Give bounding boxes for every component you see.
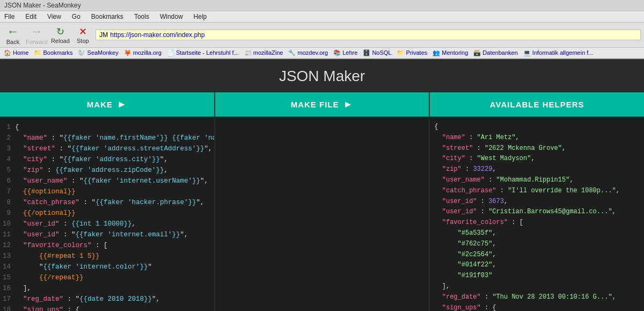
list-item: "name" : "Ari Metz",: [434, 133, 640, 143]
bookmark-datenbanken[interactable]: 🗃️ Datenbanken: [472, 49, 519, 57]
make-tab[interactable]: MAKE ►: [0, 92, 214, 117]
helpers-panel: { "name" : "Ari Metz", "street" : "2622 …: [429, 117, 644, 311]
helpers-tab[interactable]: AVAILABLE HELPERS: [429, 92, 644, 117]
line-number: 17: [0, 294, 15, 305]
bookmark-bookmarks[interactable]: 📁 Bookmarks: [32, 49, 74, 57]
table-row: 16 ],: [0, 283, 214, 294]
list-item: "user_id" : "Cristian.Barrows45@gmail.co…: [434, 207, 640, 218]
line-content: "zip" : {{faker 'address.zipCode'}},: [15, 165, 168, 176]
menu-help[interactable]: Help: [192, 12, 209, 21]
menu-file[interactable]: File: [2, 12, 17, 21]
table-row: 14 "{{faker 'internet.color'}}": [0, 262, 214, 272]
url-favicon: JM: [99, 31, 108, 39]
forward-icon: →: [31, 25, 42, 39]
menu-tools[interactable]: Tools: [132, 12, 151, 21]
bookmark-lehre[interactable]: 📚 Lehre: [332, 49, 359, 57]
line-number: 13: [0, 251, 15, 262]
line-content: "user_name" : "{{faker 'internet.userNam…: [15, 176, 208, 186]
url-bar[interactable]: JM https://json-maker.com/index.php: [96, 30, 641, 40]
bookmark-mozdev[interactable]: 🔧 mozdev.org: [287, 49, 330, 57]
line-content: "street" : "{{faker 'address.streetAddre…: [15, 143, 213, 154]
back-label: Back: [6, 39, 19, 45]
forward-button[interactable]: → Forward: [26, 25, 47, 45]
line-content: {: [15, 122, 19, 133]
table-row: 5 "zip" : {{faker 'address.zipCode'}},: [0, 165, 214, 176]
bookmark-home[interactable]: 🏠 Home: [2, 49, 30, 57]
line-number: 11: [0, 229, 15, 240]
list-item: "catch_phrase" : "I'll override the 1080…: [434, 186, 640, 197]
bookmark-mozillazine[interactable]: 📰 mozillaZine: [243, 49, 285, 57]
make-file-tab[interactable]: MAKE FILE ►: [214, 92, 429, 117]
line-content: "user_id" : "{{faker 'internet.email'}}"…: [15, 229, 188, 240]
table-row: 10 "user_id" : {{int 1 10000}},: [0, 219, 214, 229]
line-content: "{{faker 'internet.color'}}": [15, 262, 152, 272]
line-content: {{#repeat 1 5}}: [15, 251, 100, 262]
list-item: "user_id" : 3673,: [434, 197, 640, 207]
bookmark-seamonkey[interactable]: 🦭 SeaMonkey: [76, 49, 120, 57]
bookmark-mentoring[interactable]: 👥 Mentoring: [431, 49, 470, 57]
line-number: 8: [0, 197, 15, 208]
list-item: {: [434, 122, 640, 133]
app-title: JSON Maker: [0, 59, 644, 92]
menu-view[interactable]: View: [45, 12, 63, 21]
table-row: 13 {{#repeat 1 5}}: [0, 251, 214, 262]
line-content: "catch_phrase" : "{{faker 'hacker.phrase…: [15, 197, 204, 208]
line-number: 1: [0, 122, 15, 133]
line-content: "reg_date" : "{{date 2010 2018}}",: [15, 294, 160, 305]
menu-bar: File Edit View Go Bookmarks Tools Window…: [0, 11, 644, 23]
table-row: 15 {{/repeat}}: [0, 272, 214, 283]
make-file-panel: [214, 117, 429, 311]
bookmark-informatik[interactable]: 💻 Informatik allgemein f...: [522, 49, 595, 57]
bookmarks-bar: 🏠 Home 📁 Bookmarks 🦭 SeaMonkey 🦊 mozilla…: [0, 48, 644, 59]
line-number: 12: [0, 240, 15, 251]
stop-button[interactable]: ✕ Stop: [73, 26, 92, 44]
reload-icon: ↻: [56, 26, 64, 38]
list-item: "user_name" : "Mohammad.Rippin15",: [434, 175, 640, 186]
line-content: "sign_ups" : {: [15, 305, 79, 311]
list-item: "#762c75",: [434, 239, 640, 250]
table-row: 8 "catch_phrase" : "{{faker 'hacker.phra…: [0, 197, 214, 208]
line-number: 18: [0, 305, 15, 311]
bookmark-nosql[interactable]: 🗄️ NoSQL: [361, 49, 393, 57]
nav-bar: ← Back → Forward ↻ Reload ✕ Stop JM http…: [0, 23, 644, 48]
back-button[interactable]: ← Back: [3, 25, 23, 45]
make-tab-label: MAKE: [87, 100, 113, 109]
line-content: ],: [15, 283, 31, 294]
menu-bookmarks[interactable]: Bookmarks: [89, 12, 126, 21]
page-content: JSON Maker MAKE ► MAKE FILE ► AVAILABLE …: [0, 59, 644, 311]
table-row: 7 {{#optional}}: [0, 186, 214, 197]
table-row: 18 "sign_ups" : {: [0, 305, 214, 311]
menu-edit[interactable]: Edit: [23, 12, 39, 21]
menu-window[interactable]: Window: [158, 12, 185, 21]
table-row: 2 "name" : "{{faker 'name.firstName'}} {…: [0, 133, 214, 143]
reload-button[interactable]: ↻ Reload: [50, 26, 70, 44]
list-item: "#191f03": [434, 271, 640, 281]
helpers-content: { "name" : "Ari Metz", "street" : "2622 …: [430, 118, 644, 311]
line-number: 5: [0, 165, 15, 176]
line-number: 6: [0, 176, 15, 186]
menu-go[interactable]: Go: [70, 12, 83, 21]
line-number: 3: [0, 143, 15, 154]
code-area[interactable]: 1{2 "name" : "{{faker 'name.firstName'}}…: [0, 118, 214, 311]
forward-label: Forward: [26, 39, 47, 45]
list-item: "#2c2564",: [434, 250, 640, 261]
list-item: ],: [434, 281, 640, 292]
make-file-tab-label: MAKE FILE: [291, 100, 339, 109]
bookmark-startseite[interactable]: 📄 Startseite - Lehrstuhl f...: [165, 49, 240, 57]
list-item: "city" : "West Madyson",: [434, 154, 640, 164]
line-number: 4: [0, 154, 15, 165]
line-number: 15: [0, 272, 15, 283]
table-row: 12 "favorite_colors" : [: [0, 240, 214, 251]
bookmark-mozilla[interactable]: 🦊 mozilla.org: [122, 49, 163, 57]
bookmark-privates[interactable]: 📁 Privates: [395, 49, 429, 57]
line-number: 2: [0, 133, 15, 143]
table-row: 4 "city" : "{{faker 'address.city'}}",: [0, 154, 214, 165]
line-content: "user_id" : {{int 1 10000}},: [15, 219, 136, 229]
line-content: "favorite_colors" : [: [15, 240, 108, 251]
reload-label: Reload: [51, 38, 70, 44]
list-item: "reg_date" : "Thu Nov 28 2013 00:10:16 G…: [434, 292, 640, 303]
list-item: "favorite_colors" : [: [434, 218, 640, 228]
stop-label: Stop: [77, 38, 89, 44]
list-item: "street" : "2622 Mckenna Grove",: [434, 143, 640, 154]
panels: 1{2 "name" : "{{faker 'name.firstName'}}…: [0, 117, 644, 311]
